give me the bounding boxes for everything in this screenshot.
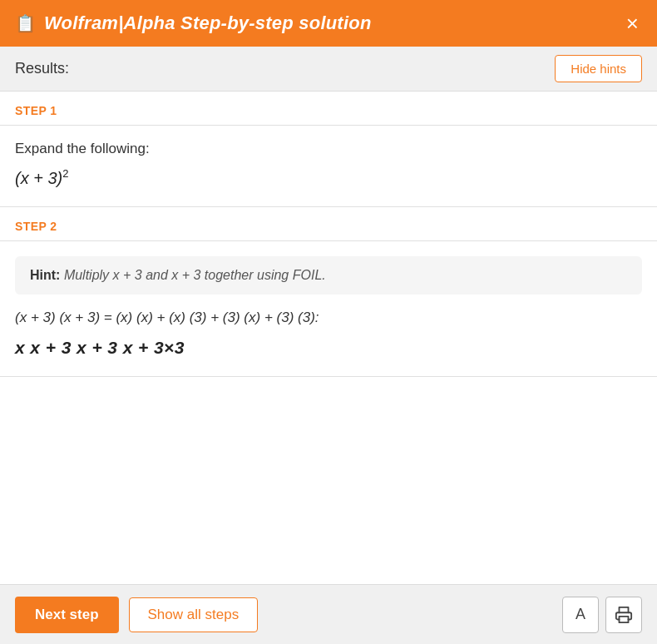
result-expression: x x + 3 x + 3 x + 3×3 [15,338,642,358]
step-2-section: STEP 2 Hint: Multiply x + 3 and x + 3 to… [0,207,657,377]
header-left: 📋 Wolfram|Alpha Step-by-step solution [15,12,372,34]
hint-box: Hint: Multiply x + 3 and x + 3 together … [15,256,642,295]
footer: Next step Show all steps A [0,584,657,644]
font-size-button[interactable]: A [562,597,599,633]
hint-text: Multiply x + 3 and x + 3 together using … [60,268,325,282]
header-title: Wolfram|Alpha Step-by-step solution [44,12,372,34]
content-area: STEP 1 Expand the following: (x + 3)2 ST… [0,92,657,584]
step-1-math: (x + 3)2 [15,167,642,188]
step-2-body: Hint: Multiply x + 3 and x + 3 together … [0,241,657,376]
step-1-description: Expand the following: [15,141,642,157]
foil-equation: (x + 3) (x + 3) = (x) (x) + (x) (3) + (3… [15,310,642,326]
step-1-body: Expand the following: (x + 3)2 [0,126,657,206]
print-button[interactable] [605,597,642,633]
main-window: 📋 Wolfram|Alpha Step-by-step solution × … [0,0,657,644]
svg-rect-0 [620,616,629,622]
print-icon [615,606,633,624]
show-all-steps-button[interactable]: Show all steps [129,597,259,632]
step-1-header: STEP 1 [0,92,657,126]
next-step-button[interactable]: Next step [15,597,119,633]
step-2-label: STEP 2 [15,220,57,233]
step-1-label: STEP 1 [15,104,57,117]
wolfram-icon: 📋 [15,13,36,33]
toolbar: Results: Hide hints [0,47,657,92]
step-2-header: STEP 2 [0,207,657,241]
close-button[interactable]: × [623,12,642,34]
footer-left: Next step Show all steps [15,597,258,633]
step-1-section: STEP 1 Expand the following: (x + 3)2 [0,92,657,207]
results-label: Results: [15,60,69,77]
footer-right: A [562,597,642,633]
hint-bold: Hint: [30,268,60,282]
step-1-superscript: 2 [62,167,68,180]
hide-hints-button[interactable]: Hide hints [555,55,642,82]
step-1-math-base: (x + 3) [15,169,62,187]
header: 📋 Wolfram|Alpha Step-by-step solution × [0,0,657,47]
